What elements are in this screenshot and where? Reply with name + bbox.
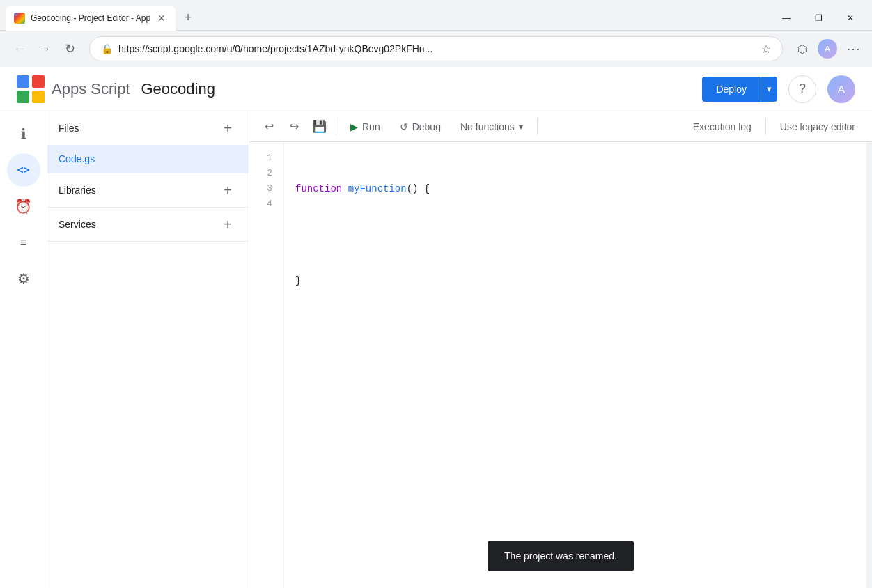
svg-rect-3 — [32, 91, 45, 103]
deploy-dropdown-button[interactable]: ▾ — [761, 77, 777, 102]
maximize-button[interactable]: ❐ — [802, 3, 834, 33]
add-service-icon: + — [224, 217, 232, 233]
google-apps-script-logo-icon — [17, 75, 45, 103]
lock-icon: 🔒 — [101, 43, 113, 54]
sidebar-item-info[interactable]: ℹ — [7, 117, 40, 150]
more-options-icon[interactable]: ⋯ — [841, 38, 864, 60]
executions-icon: ≡ — [20, 236, 26, 249]
navigation-bar: ← → ↻ 🔒 https://script.google.com/u/0/ho… — [0, 31, 872, 67]
svg-rect-1 — [32, 75, 45, 88]
info-icon: ℹ — [21, 125, 26, 142]
code-icon: <> — [17, 164, 29, 176]
side-icon-bar: ℹ <> ⏰ ≡ ⚙ — [0, 111, 47, 588]
redo-button[interactable]: ↪ — [283, 116, 305, 138]
deploy-button[interactable]: Deploy — [702, 77, 761, 102]
new-tab-button[interactable]: + — [178, 8, 198, 28]
tab-title: Geocoding - Project Editor - App — [31, 13, 150, 23]
line-number-2: 2 — [249, 166, 283, 181]
save-button[interactable]: 💾 — [308, 116, 330, 138]
line-number-4: 4 — [249, 196, 283, 212]
address-bar[interactable]: 🔒 https://script.google.com/u/0/home/pro… — [89, 36, 783, 61]
app-header: Apps Script Geocoding Deploy ▾ ? A — [0, 67, 872, 111]
tab-close-button[interactable]: ✕ — [156, 13, 167, 24]
libraries-label: Libraries — [59, 185, 96, 196]
profile-icon[interactable]: A — [816, 38, 839, 60]
toast-notification: The project was renamed. — [488, 541, 634, 571]
add-file-icon: + — [224, 121, 232, 137]
deploy-dropdown-icon: ▾ — [767, 84, 772, 94]
forward-button[interactable]: → — [33, 38, 56, 60]
back-button[interactable]: ← — [8, 38, 31, 60]
run-label: Run — [362, 121, 380, 132]
debug-label: Debug — [412, 121, 441, 132]
bookmark-icon[interactable]: ☆ — [761, 42, 771, 56]
undo-button[interactable]: ↩ — [258, 116, 280, 138]
sidebar-item-executions[interactable]: ≡ — [7, 226, 40, 259]
execution-log-button[interactable]: Execution log — [685, 116, 760, 138]
browser-chrome: Geocoding - Project Editor - App ✕ + — ❐… — [0, 0, 872, 67]
scrollbar-track[interactable] — [866, 142, 872, 588]
add-service-button[interactable]: + — [218, 215, 238, 234]
toolbar-divider-1 — [336, 118, 336, 135]
user-account-button[interactable]: A — [827, 75, 855, 103]
code-area[interactable]: 1 2 3 4 function myFunction() { } — [249, 142, 872, 588]
redo-icon: ↪ — [290, 120, 299, 133]
app-name-label: Apps Script — [52, 80, 130, 98]
files-header: Files + — [47, 111, 249, 145]
extensions-icon[interactable]: ⬡ — [791, 38, 813, 60]
services-row[interactable]: Services + — [47, 208, 249, 241]
undo-icon: ↩ — [265, 120, 274, 133]
sidebar-item-triggers[interactable]: ⏰ — [7, 189, 40, 223]
active-tab[interactable]: Geocoding - Project Editor - App ✕ — [6, 6, 176, 31]
debug-button[interactable]: ↺ Debug — [391, 116, 449, 138]
user-initial: A — [838, 83, 845, 95]
nav-icon-group: ⬡ A ⋯ — [791, 38, 864, 60]
svg-rect-2 — [17, 91, 29, 103]
line-number-3: 3 — [249, 181, 283, 196]
run-button[interactable]: ▶ Run — [342, 116, 389, 138]
legacy-editor-label: Use legacy editor — [780, 121, 855, 132]
no-functions-label: No functions — [460, 121, 515, 132]
tab-bar: Geocoding - Project Editor - App ✕ + — ❐… — [0, 0, 872, 31]
legacy-editor-button[interactable]: Use legacy editor — [772, 116, 864, 138]
code-line-1: function myFunction() { — [295, 181, 855, 196]
file-item-code-gs[interactable]: Code.gs — [47, 145, 249, 173]
project-name-label: Geocoding — [141, 80, 215, 98]
close-button[interactable]: ✕ — [834, 3, 866, 33]
toolbar-divider-2 — [537, 118, 538, 135]
code-content[interactable]: function myFunction() { } — [284, 142, 866, 588]
editor-layout: ℹ <> ⏰ ≡ ⚙ Files + — [0, 111, 872, 588]
toolbar-divider-3 — [765, 118, 766, 135]
settings-icon: ⚙ — [17, 270, 30, 287]
reload-button[interactable]: ↻ — [59, 38, 81, 60]
window-controls: — ❐ ✕ — [770, 3, 866, 33]
libraries-row[interactable]: Libraries + — [47, 173, 249, 207]
no-functions-dropdown[interactable]: No functions ▾ — [452, 116, 531, 138]
help-icon: ? — [799, 82, 806, 96]
save-icon: 💾 — [312, 119, 327, 134]
libraries-section: Libraries + — [47, 173, 249, 208]
add-library-button[interactable]: + — [218, 180, 238, 200]
file-panel: Files + Code.gs Libraries + — [47, 111, 249, 588]
minimize-button[interactable]: — — [770, 3, 802, 33]
toast-message: The project was renamed. — [504, 550, 617, 562]
profile-avatar[interactable]: A — [818, 39, 837, 59]
line-numbers: 1 2 3 4 — [249, 142, 284, 588]
code-line-2 — [295, 227, 855, 242]
apps-script-logo: Apps Script — [17, 75, 130, 103]
toolbar-right-group: Execution log Use legacy editor — [685, 116, 864, 138]
code-line-4 — [295, 319, 855, 334]
file-name-label: Code.gs — [59, 153, 95, 164]
deploy-button-group: Deploy ▾ — [702, 77, 777, 102]
code-editor: ↩ ↪ 💾 ▶ Run ↺ Debug No functio — [249, 111, 872, 588]
app-container: Apps Script Geocoding Deploy ▾ ? A ℹ <> — [0, 67, 872, 588]
sidebar-item-settings[interactable]: ⚙ — [7, 262, 40, 295]
add-file-button[interactable]: + — [218, 118, 238, 138]
no-functions-dropdown-icon: ▾ — [519, 122, 523, 132]
execution-log-label: Execution log — [693, 121, 752, 132]
url-text: https://script.google.com/u/0/home/proje… — [118, 43, 756, 54]
help-button[interactable]: ? — [788, 75, 816, 103]
files-label: Files — [59, 123, 79, 134]
sidebar-item-code[interactable]: <> — [7, 153, 40, 187]
triggers-icon: ⏰ — [15, 198, 32, 215]
